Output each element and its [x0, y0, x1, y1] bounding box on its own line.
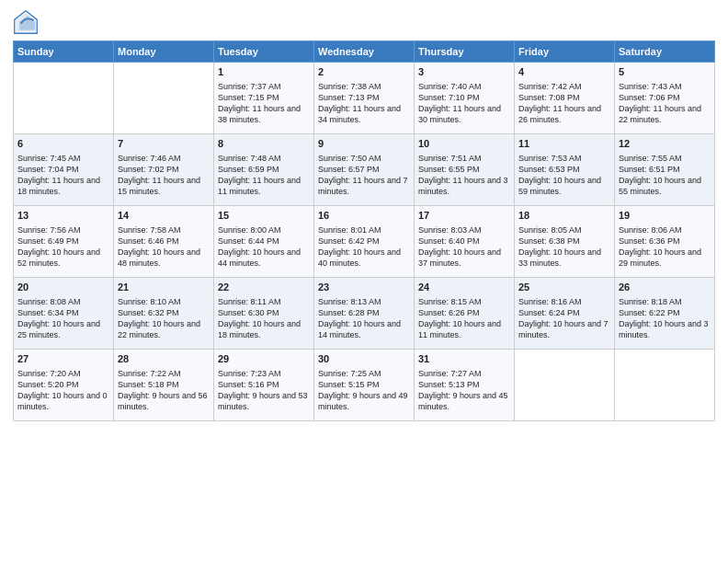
day-info: Daylight: 9 hours and 45 minutes.: [418, 390, 510, 412]
calendar-cell: 18Sunrise: 8:05 AMSunset: 6:38 PMDayligh…: [515, 206, 615, 278]
calendar-cell: 23Sunrise: 8:13 AMSunset: 6:28 PMDayligh…: [314, 278, 415, 350]
day-info: Sunrise: 8:11 AM: [218, 296, 310, 307]
day-info: Sunset: 7:15 PM: [218, 92, 310, 103]
day-info: Sunrise: 8:06 AM: [619, 224, 711, 236]
calendar-cell: 10Sunrise: 7:51 AMSunset: 6:55 PMDayligh…: [415, 134, 515, 206]
day-info: Sunset: 6:30 PM: [218, 307, 310, 318]
calendar-cell: [615, 350, 715, 421]
calendar-cell: 14Sunrise: 7:58 AMSunset: 6:46 PMDayligh…: [114, 206, 214, 278]
day-info: Daylight: 11 hours and 30 minutes.: [418, 103, 510, 125]
day-info: Daylight: 10 hours and 18 minutes.: [218, 318, 310, 340]
calendar-cell: 5Sunrise: 7:43 AMSunset: 7:06 PMDaylight…: [615, 63, 715, 134]
week-row-5: 27Sunrise: 7:20 AMSunset: 5:20 PMDayligh…: [14, 350, 715, 421]
day-info: Sunrise: 7:53 AM: [518, 153, 610, 164]
day-number: 13: [17, 209, 109, 223]
day-info: Sunset: 6:51 PM: [619, 164, 711, 175]
day-info: Daylight: 11 hours and 34 minutes.: [318, 103, 410, 125]
day-header-friday: Friday: [515, 41, 615, 63]
day-info: Sunrise: 7:46 AM: [118, 153, 210, 164]
day-info: Sunrise: 7:38 AM: [318, 81, 410, 92]
day-number: 28: [118, 352, 210, 366]
day-info: Daylight: 10 hours and 44 minutes.: [218, 247, 310, 269]
calendar-cell: 22Sunrise: 8:11 AMSunset: 6:30 PMDayligh…: [214, 278, 314, 350]
calendar-cell: 21Sunrise: 8:10 AMSunset: 6:32 PMDayligh…: [114, 278, 214, 350]
day-number: 17: [418, 209, 510, 223]
day-info: Sunrise: 8:18 AM: [619, 296, 711, 307]
day-info: Sunset: 6:55 PM: [418, 164, 510, 175]
day-info: Daylight: 11 hours and 11 minutes.: [218, 175, 310, 197]
calendar-cell: 12Sunrise: 7:55 AMSunset: 6:51 PMDayligh…: [615, 134, 715, 206]
day-number: 25: [518, 281, 610, 294]
day-number: 12: [619, 137, 711, 151]
day-header-saturday: Saturday: [615, 41, 715, 63]
day-info: Sunrise: 7:58 AM: [118, 224, 210, 236]
day-number: 18: [518, 209, 610, 223]
week-row-1: 1Sunrise: 7:37 AMSunset: 7:15 PMDaylight…: [14, 63, 715, 134]
day-number: 4: [518, 65, 610, 79]
day-info: Daylight: 10 hours and 40 minutes.: [318, 247, 410, 269]
day-info: Sunset: 6:49 PM: [17, 236, 109, 247]
day-info: Sunrise: 7:56 AM: [17, 224, 109, 236]
day-number: 9: [318, 137, 410, 151]
calendar-cell: 30Sunrise: 7:25 AMSunset: 5:15 PMDayligh…: [314, 350, 415, 421]
day-number: 2: [318, 65, 410, 79]
day-number: 15: [218, 209, 310, 223]
day-info: Sunrise: 8:03 AM: [418, 224, 510, 236]
day-info: Sunset: 6:38 PM: [518, 236, 610, 247]
calendar-cell: 11Sunrise: 7:53 AMSunset: 6:53 PMDayligh…: [515, 134, 615, 206]
day-info: Sunset: 5:15 PM: [318, 379, 410, 390]
day-info: Daylight: 10 hours and 59 minutes.: [518, 175, 610, 197]
day-info: Sunrise: 8:15 AM: [418, 296, 510, 307]
day-number: 19: [619, 209, 711, 223]
day-info: Sunset: 6:28 PM: [318, 307, 410, 318]
day-info: Sunrise: 7:50 AM: [318, 153, 410, 164]
day-number: 14: [118, 209, 210, 223]
day-info: Daylight: 10 hours and 14 minutes.: [318, 318, 410, 340]
day-info: Sunrise: 8:05 AM: [518, 224, 610, 236]
calendar-cell: 24Sunrise: 8:15 AMSunset: 6:26 PMDayligh…: [415, 278, 515, 350]
day-info: Daylight: 9 hours and 49 minutes.: [318, 390, 410, 412]
day-number: 26: [619, 281, 711, 294]
day-info: Sunset: 7:04 PM: [17, 164, 109, 175]
day-info: Sunrise: 7:45 AM: [17, 153, 109, 164]
day-info: Sunset: 7:06 PM: [619, 92, 711, 103]
day-info: Sunrise: 7:27 AM: [418, 368, 510, 379]
day-info: Daylight: 10 hours and 33 minutes.: [518, 247, 610, 269]
day-info: Sunset: 5:16 PM: [218, 379, 310, 390]
day-info: Daylight: 11 hours and 15 minutes.: [118, 175, 210, 197]
week-row-3: 13Sunrise: 7:56 AMSunset: 6:49 PMDayligh…: [14, 206, 715, 278]
day-info: Daylight: 10 hours and 11 minutes.: [418, 318, 510, 340]
calendar-cell: 7Sunrise: 7:46 AMSunset: 7:02 PMDaylight…: [114, 134, 214, 206]
day-number: 7: [118, 137, 210, 151]
day-info: Sunset: 6:26 PM: [418, 307, 510, 318]
day-info: Daylight: 11 hours and 18 minutes.: [17, 175, 109, 197]
day-header-thursday: Thursday: [415, 41, 515, 63]
calendar-cell: 6Sunrise: 7:45 AMSunset: 7:04 PMDaylight…: [14, 134, 114, 206]
day-info: Sunset: 6:44 PM: [218, 236, 310, 247]
day-number: 3: [418, 65, 510, 79]
day-info: Daylight: 10 hours and 22 minutes.: [118, 318, 210, 340]
calendar-cell: 9Sunrise: 7:50 AMSunset: 6:57 PMDaylight…: [314, 134, 415, 206]
day-info: Daylight: 11 hours and 22 minutes.: [619, 103, 711, 125]
day-info: Sunset: 6:22 PM: [619, 307, 711, 318]
day-number: 8: [218, 137, 310, 151]
day-info: Sunrise: 8:16 AM: [518, 296, 610, 307]
day-info: Sunset: 5:13 PM: [418, 379, 510, 390]
day-header-tuesday: Tuesday: [214, 41, 314, 63]
day-number: 30: [318, 352, 410, 366]
day-info: Daylight: 11 hours and 26 minutes.: [518, 103, 610, 125]
day-info: Sunrise: 7:51 AM: [418, 153, 510, 164]
day-number: 31: [418, 352, 510, 366]
day-info: Sunset: 5:18 PM: [118, 379, 210, 390]
day-info: Sunrise: 8:01 AM: [318, 224, 410, 236]
day-info: Sunrise: 7:20 AM: [17, 368, 109, 379]
day-number: 10: [418, 137, 510, 151]
day-info: Sunset: 7:02 PM: [118, 164, 210, 175]
day-number: 21: [118, 281, 210, 294]
day-info: Daylight: 10 hours and 3 minutes.: [619, 318, 711, 340]
day-info: Sunset: 5:20 PM: [17, 379, 109, 390]
day-info: Sunset: 6:46 PM: [118, 236, 210, 247]
day-info: Daylight: 10 hours and 52 minutes.: [17, 247, 109, 269]
day-info: Daylight: 10 hours and 55 minutes.: [619, 175, 711, 197]
day-header-monday: Monday: [114, 41, 214, 63]
